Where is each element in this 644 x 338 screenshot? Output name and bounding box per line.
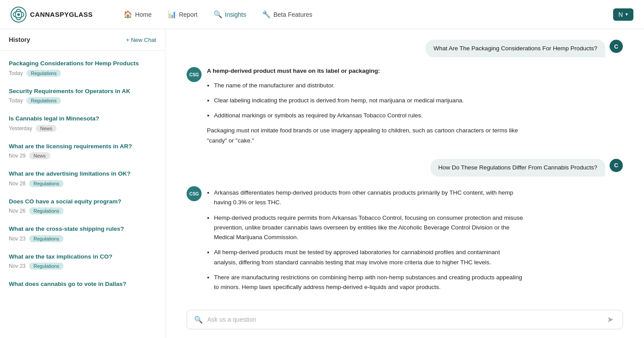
user-message-row: How Do These Regulations Differ From Can… [187,159,623,177]
history-item-title: Does CO have a social equity program? [9,198,156,206]
chat-input-area: 🔍 ➤ [165,304,644,338]
history-item-meta: Nov 29News [9,152,156,159]
history-item-tag: Regulations [29,180,64,187]
user-initial: N [618,11,623,18]
bot-message-content: A hemp-derived product must have on its … [207,66,524,150]
history-item-tag: News [29,152,50,159]
user-message-bubble: What Are The Packaging Considerations Fo… [426,40,605,57]
main-nav: 🏠 Home 📊 Report 🔍 Insights 🔧 Beta Featur… [117,7,599,22]
chat-input-box: 🔍 ➤ [187,310,623,329]
history-item[interactable]: What are the tax implications in CO?Nov … [0,248,165,275]
history-item-meta: Nov 26Regulations [9,207,156,214]
chat-messages: What Are The Packaging Considerations Fo… [165,29,644,304]
history-item-title: Is Cannabis legal in Minnesota? [9,115,156,123]
user-message-bubble: How Do These Regulations Differ From Can… [431,159,605,177]
history-item-tag: Regulations [29,207,64,214]
history-item[interactable]: Does CO have a social equity program?Nov… [0,192,165,220]
history-item-date: Nov 26 [9,208,26,214]
history-item[interactable]: What are the advertising limitations in … [0,165,165,192]
history-item-meta: TodayRegulations [9,97,156,104]
sidebar: History + New Chat Packaging Considerati… [0,29,165,338]
history-item-tag: News [36,125,57,132]
nav-insights[interactable]: 🔍 Insights [207,7,252,22]
nav-report[interactable]: 📊 Report [161,7,204,22]
history-item-tag: Regulations [29,263,64,270]
logo[interactable]: CANNASPYGLASS [11,7,93,23]
bot-bullets: The name of the manufacturer and distrib… [207,81,524,121]
insights-icon: 🔍 [213,10,222,19]
sidebar-title: History [9,36,30,43]
history-item-title: Packaging Considerations for Hemp Produc… [9,60,156,68]
bot-message-row: CSGA hemp-derived product must have on i… [187,66,623,150]
history-item-tag: Regulations [26,70,61,77]
chevron-down-icon: ▾ [625,11,628,17]
history-item-date: Nov 28 [9,180,26,187]
logo-text: CANNASPYGLASS [30,11,93,18]
bot-bullet-item: Arkansas differentiates hemp-derived pro… [214,188,524,208]
bot-message-content: Arkansas differentiates hemp-derived pro… [207,185,524,297]
history-item-meta: TodayRegulations [9,70,156,77]
history-item[interactable]: What does cannabis go to vote in Dallas? [0,275,165,296]
bot-avatar: CSG [187,67,202,82]
report-icon: 📊 [168,10,176,19]
history-item-meta: Nov 28Regulations [9,180,156,187]
home-icon: 🏠 [124,10,132,19]
history-item-date: Nov 23 [9,263,26,269]
history-item[interactable]: What are the cross-state shipping rules?… [0,220,165,248]
header: CANNASPYGLASS 🏠 Home 📊 Report 🔍 Insights… [0,0,644,29]
history-item[interactable]: Security Requirements for Operators in A… [0,82,165,110]
svg-point-3 [17,13,20,16]
sidebar-history-list: Packaging Considerations for Hemp Produc… [0,51,165,338]
history-item[interactable]: Packaging Considerations for Hemp Produc… [0,54,165,82]
bot-bullet-item: There are manufacturing restrictions on … [214,273,524,293]
history-item-meta: YesterdayNews [9,125,156,132]
bot-bullet-item: The name of the manufacturer and distrib… [214,81,524,90]
history-item[interactable]: What are the licensing requirements in A… [0,137,165,165]
bot-avatar: CSG [187,186,202,201]
history-item-title: What are the licensing requirements in A… [9,143,156,150]
search-icon: 🔍 [194,315,203,324]
user-avatar: C [610,159,623,172]
nav-report-label: Report [179,11,198,18]
nav-insights-label: Insights [225,11,246,18]
bot-message-row: CSGArkansas differentiates hemp-derived … [187,185,623,297]
bot-bullets: Arkansas differentiates hemp-derived pro… [207,188,524,292]
bot-bullet-item: All hemp-derived products must be tested… [214,248,524,267]
bot-bullet-item: Hemp-derived products require permits fr… [214,213,524,243]
history-item-meta: Nov 23Regulations [9,263,156,270]
history-item-date: Today [9,98,23,104]
history-item[interactable]: Is Cannabis legal in Minnesota?Yesterday… [0,109,165,137]
send-button[interactable]: ➤ [605,315,615,324]
history-item-title: Security Requirements for Operators in A… [9,87,156,95]
history-item-date: Today [9,70,23,76]
main-layout: History + New Chat Packaging Considerati… [0,29,644,338]
nav-beta-label: Beta Features [273,11,312,18]
chat-input[interactable] [207,316,605,323]
new-chat-button[interactable]: + New Chat [126,37,156,43]
history-item-title: What are the cross-state shipping rules? [9,225,156,233]
user-avatar: C [610,40,623,53]
logo-icon [11,7,26,23]
header-right: N ▾ [613,8,633,21]
history-item-meta: Nov 23Regulations [9,235,156,242]
history-item-title: What does cannabis go to vote in Dallas? [9,280,156,288]
beta-icon: 🔧 [262,10,271,19]
sidebar-header: History + New Chat [0,29,165,51]
bot-extra-text: Packaging must not imitate food brands o… [207,126,524,146]
history-item-title: What are the tax implications in CO? [9,253,156,261]
history-item-date: Nov 23 [9,236,26,242]
history-item-date: Yesterday [9,125,32,131]
bot-intro-text: A hemp-derived product must have on its … [207,66,524,76]
user-menu-button[interactable]: N ▾ [613,8,633,21]
history-item-tag: Regulations [29,235,64,242]
bot-bullet-item: Additional markings or symbols as requir… [214,111,524,120]
history-item-date: Nov 29 [9,153,26,159]
nav-home[interactable]: 🏠 Home [117,7,157,22]
history-item-tag: Regulations [26,97,61,104]
chat-area: What Are The Packaging Considerations Fo… [165,29,644,338]
nav-home-label: Home [135,11,151,18]
history-item-title: What are the advertising limitations in … [9,170,156,178]
user-message-row: What Are The Packaging Considerations Fo… [187,40,623,57]
nav-beta[interactable]: 🔧 Beta Features [256,7,318,22]
bot-bullet-item: Clear labeling indicating the product is… [214,96,524,105]
